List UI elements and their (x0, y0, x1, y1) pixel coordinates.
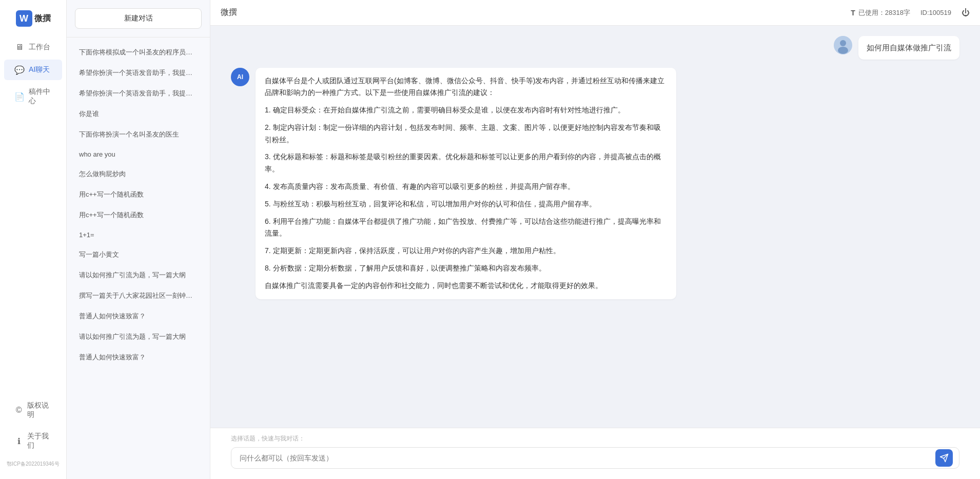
list-item[interactable]: 下面你将模拟成一个叫圣友的程序员、我说... (71, 43, 206, 62)
topbar: 微撰 T 已使用：28318字 ID:100519 ⏻ (210, 0, 980, 26)
copyright-icon: © (14, 405, 23, 415)
list-item[interactable]: 普通人如何快速致富？ (71, 348, 206, 367)
response-para-0: 自媒体平台是个人或团队通过互联网平台(如博客、微博、微信公众号、抖音、快手等)发… (265, 75, 667, 100)
usage-icon: T (851, 9, 855, 17)
nav-items: 🖥 工作台 💬 AI聊天 📄 稿件中心 (0, 37, 66, 396)
response-para-3: 3. 优化标题和标签：标题和标签是吸引粉丝的重要因素。优化标题和标签可以让更多的… (265, 151, 667, 176)
response-para-2: 2. 制定内容计划：制定一份详细的内容计划，包括发布时间、频率、主题、文案、图片… (265, 122, 667, 146)
response-para-4: 4. 发布高质量内容：发布高质量、有价值、有趣的内容可以吸引更多的粉丝，并提高用… (265, 181, 667, 193)
list-item[interactable]: 1+1= (71, 226, 206, 244)
logo-area: W 微撰 (16, 5, 51, 37)
response-para-9: 自媒体推广引流需要具备一定的内容创作和社交能力，同时也需要不断尝试和优化，才能取… (265, 280, 667, 292)
usage-text: 已使用：28318字 (858, 8, 910, 17)
power-icon[interactable]: ⏻ (962, 8, 970, 17)
about-icon: ℹ (14, 436, 23, 446)
response-para-5: 5. 与粉丝互动：积极与粉丝互动，回复评论和私信，可以增加用户对你的认可和信任，… (265, 198, 667, 210)
list-item[interactable]: 普通人如何快速致富？ (71, 306, 206, 326)
topbar-right: T 已使用：28318字 ID:100519 ⏻ (851, 8, 970, 17)
chat-input[interactable] (240, 454, 933, 462)
topbar-title: 微撰 (221, 7, 237, 18)
list-item[interactable]: 下面你将扮演一个名叫圣友的医生 (71, 125, 206, 144)
list-item[interactable]: 用c++写一个随机函数 (71, 205, 206, 225)
input-box (231, 447, 959, 469)
list-item[interactable]: 写一篇小黄文 (71, 245, 206, 264)
list-item[interactable]: 请以如何推广引流为题，写一篇大纲 (71, 265, 206, 285)
sidebar-header: 新建对话 (67, 0, 210, 37)
message-row-assistant: AI 自媒体平台是个人或团队通过互联网平台(如博客、微博、微信公众号、抖音、快手… (231, 68, 959, 299)
quick-select-label: 选择话题，快速与我对话： (231, 434, 959, 443)
nav-bottom: © 版权说明 ℹ 关于我们 鄂ICP备2022019346号 (0, 396, 66, 479)
user-message: 如何用自媒体做推广引流 (858, 36, 959, 60)
sidebar-item-ai-chat[interactable]: 💬 AI聊天 (4, 60, 62, 80)
list-item[interactable]: who are you (71, 145, 206, 163)
logo-icon: W (16, 10, 32, 27)
assistant-message: 自媒体平台是个人或团队通过互联网平台(如博客、微博、微信公众号、抖音、快手等)发… (256, 68, 676, 299)
send-button[interactable] (935, 449, 953, 467)
list-item[interactable]: 请以如何推广引流为题，写一篇大纲 (71, 327, 206, 347)
response-para-8: 8. 分析数据：定期分析数据，了解用户反馈和喜好，以便调整推广策略和内容发布频率… (265, 262, 667, 275)
user-avatar (834, 36, 852, 54)
message-row-user: 如何用自媒体做推广引流 (231, 36, 959, 60)
input-area: 选择话题，快速与我对话： (210, 428, 980, 479)
sidebar-item-workspace[interactable]: 🖥 工作台 (4, 37, 62, 58)
new-chat-button[interactable]: 新建对话 (75, 8, 202, 29)
chat-area: 如何用自媒体做推广引流 AI 自媒体平台是个人或团队通过互联网平台(如博客、微博… (210, 26, 980, 428)
sidebar-item-about[interactable]: ℹ 关于我们 (4, 427, 62, 455)
app-name: 微撰 (34, 13, 51, 24)
copyright-label: 版权说明 (27, 401, 52, 419)
svg-point-1 (840, 40, 846, 46)
workspace-icon: 🖥 (14, 42, 25, 52)
response-para-1: 1. 确定目标受众：在开始自媒体推广引流之前，需要明确目标受众是谁，以便在发布内… (265, 104, 667, 117)
main-content: 微撰 T 已使用：28318字 ID:100519 ⏻ 如何用自媒体做推广引流 (210, 0, 980, 479)
response-para-6: 6. 利用平台推广功能：自媒体平台都提供了推广功能，如广告投放、付费推广等，可以… (265, 216, 667, 240)
sidebar-item-copyright[interactable]: © 版权说明 (4, 396, 62, 425)
list-item[interactable]: 用c++写一个随机函数 (71, 185, 206, 204)
list-item[interactable]: 你是谁 (71, 104, 206, 124)
about-label: 关于我们 (27, 432, 52, 450)
drafts-icon: 📄 (14, 91, 25, 102)
ai-avatar: AI (231, 68, 249, 86)
chat-history-list: 下面你将模拟成一个叫圣友的程序员、我说... 希望你扮演一个英语发音助手，我提供… (67, 37, 210, 479)
response-para-7: 7. 定期更新：定期更新内容，保持活跃度，可以让用户对你的内容产生兴趣，增加用户… (265, 245, 667, 257)
ai-chat-icon: 💬 (14, 65, 25, 75)
ai-chat-label: AI聊天 (29, 65, 50, 74)
icp-text: 鄂ICP备2022019346号 (0, 457, 66, 471)
list-item[interactable]: 怎么做狗屁炒肉 (71, 164, 206, 184)
user-id: ID:100519 (920, 9, 951, 16)
list-item[interactable]: 希望你扮演一个英语发音助手，我提供给你... (71, 84, 206, 103)
usage-info: T 已使用：28318字 (851, 8, 910, 17)
list-item[interactable]: 撰写一篇关于八大家花园社区一刻钟便民生... (71, 286, 206, 305)
svg-point-2 (838, 47, 848, 54)
left-navigation: W 微撰 🖥 工作台 💬 AI聊天 📄 稿件中心 © 版权说明 ℹ 关于我们 鄂… (0, 0, 67, 479)
sidebar-item-drafts[interactable]: 📄 稿件中心 (4, 82, 62, 111)
chat-sidebar: 新建对话 下面你将模拟成一个叫圣友的程序员、我说... 希望你扮演一个英语发音助… (67, 0, 210, 479)
drafts-label: 稿件中心 (29, 87, 52, 106)
workspace-label: 工作台 (29, 43, 50, 52)
list-item[interactable]: 希望你扮演一个英语发音助手，我提供给你... (71, 63, 206, 83)
